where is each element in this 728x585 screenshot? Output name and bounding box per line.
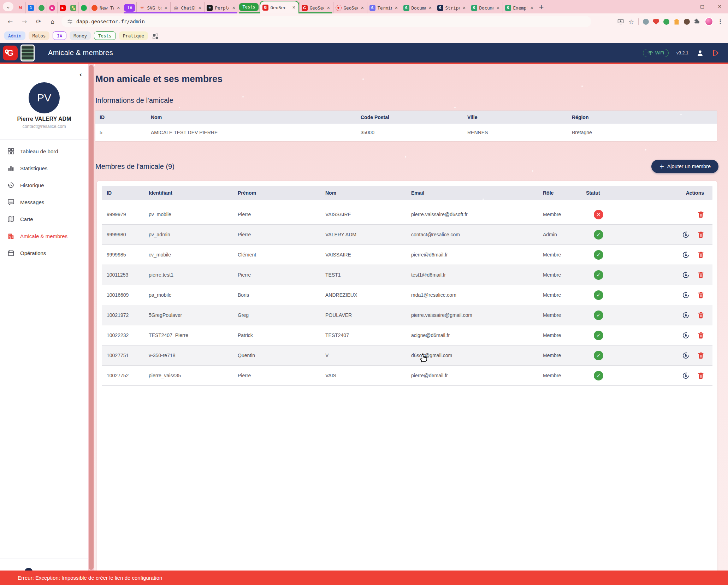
reload-button[interactable]: ⟳ [33, 16, 44, 27]
extension-home-icon[interactable]: 1 [674, 19, 680, 25]
extensions-puzzle-icon[interactable] [694, 18, 700, 25]
delete-member-button[interactable] [697, 311, 705, 319]
bookmark-folder-pratique[interactable]: Pratique [119, 31, 148, 40]
tab-perplexity[interactable]: ✳ Perple ✕ [204, 2, 238, 13]
delete-member-button[interactable] [697, 271, 705, 279]
extension-icon[interactable] [643, 19, 649, 25]
maximize-button[interactable]: ▢ [698, 3, 706, 10]
reset-password-button[interactable] [682, 311, 690, 319]
extension-shield-icon[interactable] [653, 19, 659, 25]
tab-svg-to[interactable]: ✳ SVG to ✕ [136, 2, 170, 13]
delete-member-button[interactable] [697, 291, 705, 299]
tab-documentation-1[interactable]: S Docume ✕ [401, 2, 435, 13]
back-button[interactable]: ← [5, 16, 16, 27]
delete-member-button[interactable] [697, 211, 705, 218]
tab-group-badge-ia[interactable]: IA [124, 4, 135, 12]
sidebar-item-messages[interactable]: Messages [0, 194, 88, 211]
browser-menu-icon[interactable]: ⋮ [717, 18, 723, 25]
pinned-tab-youtube[interactable]: ▶ [57, 2, 68, 13]
reset-password-button[interactable] [682, 291, 690, 299]
delete-member-button[interactable] [697, 372, 705, 379]
geosector-logo[interactable]: G [3, 46, 18, 60]
new-tab-button[interactable]: + [537, 2, 546, 12]
bookmark-folder-admin[interactable]: Admin [4, 31, 25, 40]
delete-member-button[interactable] [697, 231, 705, 238]
tab-close-icon[interactable]: ✕ [462, 5, 466, 11]
reset-password-button[interactable] [682, 351, 690, 360]
bookmark-folder-ia[interactable]: IA [53, 31, 66, 40]
tab-close-icon[interactable]: ✕ [428, 5, 432, 11]
reset-password-button[interactable] [682, 271, 690, 279]
close-window-button[interactable]: ✕ [716, 3, 724, 10]
tab-close-icon[interactable]: ✕ [116, 5, 121, 11]
sidebar-item-statistiques[interactable]: Statistiques [0, 160, 88, 177]
pinned-tab-messaging[interactable] [78, 2, 89, 13]
extension-icon[interactable] [663, 19, 669, 25]
delete-member-button[interactable] [697, 331, 705, 339]
sidebar-item-carte[interactable]: Carte [0, 211, 88, 228]
member-row[interactable]: 10022232 TEST2407_Pierre Patrick TEST240… [102, 325, 712, 345]
sidebar-item-historique[interactable]: Historique [0, 177, 88, 194]
sidebar-item-operations[interactable]: Opérations [0, 244, 88, 261]
tab-close-icon[interactable]: ✕ [496, 5, 500, 11]
member-row[interactable]: 9999979 pv_mobile Pierre VAISSAIRE pierr… [102, 205, 712, 225]
sidebar-collapse-button[interactable]: ‹ [79, 71, 82, 78]
bookmark-folder-matos[interactable]: Matos [29, 31, 50, 40]
tab-new-tab[interactable]: New Ta ✕ [89, 2, 123, 13]
pinned-tab-maps[interactable]: ▚ [68, 2, 78, 13]
bookmark-folder-money[interactable]: Money [70, 31, 91, 40]
tab-search-button[interactable]: ⌄ [3, 2, 13, 11]
pinned-tab-gmail[interactable]: M [15, 2, 25, 13]
tab-close-icon[interactable]: ✕ [291, 5, 296, 11]
address-bar[interactable]: dapp.geosector.fr/admin [61, 16, 591, 27]
reset-password-button[interactable] [682, 331, 690, 339]
member-row[interactable]: 10011253 pierre.test1 Pierre TEST1 test1… [102, 265, 712, 285]
pinned-tab-adblocker[interactable] [36, 2, 47, 13]
tab-geosector-2[interactable]: G GeoSec ✕ [299, 2, 333, 13]
forward-button[interactable]: → [19, 16, 30, 27]
site-settings-icon[interactable] [67, 19, 73, 24]
member-row[interactable]: 9999985 cv_mobile Clément VAISSAIRE pier… [102, 245, 712, 265]
minimize-button[interactable]: — [680, 3, 689, 10]
tab-terminal[interactable]: S Termin ✕ [367, 2, 401, 13]
member-row[interactable]: 10021972 5GregPoulaver Greg POULAVER pie… [102, 305, 712, 325]
delete-member-button[interactable] [697, 251, 705, 259]
profile-avatar[interactable] [705, 17, 713, 26]
tab-geosector-active[interactable]: G GeoSec ✕ [260, 1, 299, 13]
delete-member-button[interactable] [697, 351, 705, 359]
bookmark-star-icon[interactable]: ☆ [628, 18, 634, 25]
tab-close-icon[interactable]: ✕ [360, 5, 365, 11]
logout-icon[interactable] [712, 49, 720, 57]
tab-close-icon[interactable]: ✕ [197, 5, 202, 11]
member-row[interactable]: 10016609 pa_mobile Boris ANDREZIEUX mda1… [102, 285, 712, 305]
reset-password-button[interactable] [682, 231, 690, 239]
tab-documentation-2[interactable]: S Docume ✕ [469, 2, 503, 13]
pinned-tab-calendar[interactable]: 1 [25, 2, 36, 13]
tab-group-badge-tests[interactable]: Tests [239, 3, 258, 11]
sidebar-item-amicale-membres[interactable]: Amicale & membres [0, 228, 88, 244]
tab-stripe[interactable]: S Stripe ✕ [435, 2, 469, 13]
install-app-icon[interactable] [617, 18, 624, 25]
document-thumbnail[interactable] [20, 45, 35, 61]
reset-password-button[interactable] [682, 372, 690, 380]
user-account-icon[interactable] [696, 49, 704, 57]
pinned-tab-pink-app[interactable]: ✿ [47, 2, 57, 13]
add-member-button[interactable]: + Ajouter un membre [651, 160, 718, 173]
tab-chatgpt[interactable]: ◎ ChatGP ✕ [170, 2, 204, 13]
bookmark-folder-tests[interactable]: Tests [94, 31, 116, 40]
reset-password-button[interactable] [682, 251, 690, 259]
tab-geosector-3[interactable]: ● GeoSec ✕ [333, 2, 367, 13]
sidebar-item-tableau-de-bord[interactable]: Tableau de bord [0, 143, 88, 160]
tab-close-icon[interactable]: ✕ [326, 5, 331, 11]
member-row[interactable]: 10027751 v-350-re718 Quentin V d6soft@gm… [102, 345, 712, 366]
tab-close-icon[interactable]: ✕ [231, 5, 236, 11]
tab-close-icon[interactable]: ✕ [164, 5, 168, 11]
scrollbar-thumb[interactable] [89, 65, 94, 570]
tab-exemples[interactable]: S Exempl ✕ [503, 2, 537, 13]
tab-close-icon[interactable]: ✕ [529, 5, 534, 11]
home-button[interactable]: ⌂ [47, 16, 58, 27]
member-row[interactable]: 9999980 pv_admin Pierre VALERY ADM conta… [102, 225, 712, 245]
sidebar-scrollbar[interactable] [88, 64, 94, 571]
tab-close-icon[interactable]: ✕ [394, 5, 398, 11]
member-row[interactable]: 10027752 pierre_vaiss35 Pierre VAIS pier… [102, 366, 712, 386]
